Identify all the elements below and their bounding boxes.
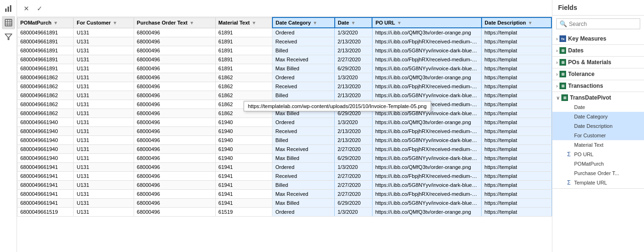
table-row[interactable]: 6800049661891U1316800049661891Max Billed… xyxy=(17,64,552,73)
field-type-icon xyxy=(566,142,572,148)
check-button[interactable]: ✓ xyxy=(34,3,45,14)
table-cell: Max Received xyxy=(272,145,335,154)
group-label: Tolerance xyxy=(568,71,594,77)
divider xyxy=(552,80,644,80)
table-row[interactable]: 6800049661941U1316800049661941Ordered1/3… xyxy=(17,163,552,172)
filter-icon[interactable] xyxy=(2,30,15,43)
table-row[interactable]: 6800049661940U1316800049661940Max Billed… xyxy=(17,154,552,163)
table-cell: https://templat xyxy=(482,100,551,109)
filter-dropdown-icon[interactable]: ▼ xyxy=(53,20,58,25)
table-cell: https://templat xyxy=(482,145,551,154)
table-cell: Ordered xyxy=(272,28,335,37)
table-cell: U131 xyxy=(74,118,134,127)
table-row[interactable]: 6800049661941U1316800049661941Received2/… xyxy=(17,172,552,181)
table-cell: 68000496 xyxy=(134,181,215,190)
table-cell: U131 xyxy=(74,145,134,154)
table-cell: 68000496 xyxy=(134,28,215,37)
table-cell: 6800049661862 xyxy=(17,109,74,118)
table-cell: Ordered xyxy=(272,208,335,217)
table-cell: 61941 xyxy=(215,199,272,208)
table-cell: 68000496 xyxy=(134,136,215,145)
table-cell: U131 xyxy=(74,37,134,46)
table-cell: 68000496 xyxy=(134,199,215,208)
col-header-datecategory: Date Category▼ xyxy=(272,17,335,28)
filter-dropdown-icon[interactable]: ▼ xyxy=(351,20,356,25)
field-item[interactable]: Material Text xyxy=(552,140,644,150)
table-row[interactable]: 6800049661862U1316800049661862Ordered1/3… xyxy=(17,73,552,82)
search-box[interactable]: 🔍 xyxy=(556,18,640,29)
data-table: POMatPurch▼For Customer▼Purchase Order T… xyxy=(17,17,552,217)
table-cell: 61891 xyxy=(215,55,272,64)
table-cell: Max Billed xyxy=(272,154,335,163)
table-row[interactable]: 6800049661940U1316800049661940Received2/… xyxy=(17,127,552,136)
divider xyxy=(552,56,644,57)
field-item[interactable]: ΣPO URL xyxy=(552,150,644,159)
group-label: TransDatePivot xyxy=(570,94,611,101)
table-cell: 2/27/2020 xyxy=(335,55,373,64)
table-row[interactable]: 6800049661940U1316800049661940Max Receiv… xyxy=(17,145,552,154)
search-input[interactable] xyxy=(569,21,640,27)
field-item[interactable]: Date xyxy=(552,102,644,112)
table-cell: 2/27/2020 xyxy=(335,181,373,190)
fields-list: ›fxKey Measures›⊞Dates›⊞POs & Materials›… xyxy=(552,32,644,252)
table-cell: https://i.ibb.co/QMfQ3tv/order-orange.pn… xyxy=(372,118,481,127)
table-cell: 6800049661941 xyxy=(17,190,74,199)
field-item[interactable]: ΣTemplate URL xyxy=(552,178,644,187)
field-item[interactable]: For Customer xyxy=(552,131,644,140)
chart-icon[interactable] xyxy=(2,2,15,15)
table-row[interactable]: 6800049661941U1316800049661941Max Billed… xyxy=(17,199,552,208)
field-label: PO URL xyxy=(574,151,593,157)
table-row[interactable]: 6800049661891U1316800049661891Billed2/13… xyxy=(17,46,552,55)
table-row[interactable]: 6800049661519U1316800049661519Ordered1/3… xyxy=(17,208,552,217)
filter-dropdown-icon[interactable]: ▼ xyxy=(252,20,256,25)
field-type-icon xyxy=(566,170,572,176)
table-icon: ⊞ xyxy=(559,83,566,89)
table-row[interactable]: 6800049661891U1316800049661891Received2/… xyxy=(17,37,552,46)
field-type-icon xyxy=(566,104,572,110)
field-group-header[interactable]: ›⊞Dates xyxy=(552,46,644,55)
field-group-header[interactable]: ›⊞Tolerance xyxy=(552,69,644,79)
table-cell: https://templat xyxy=(482,28,551,37)
filter-dropdown-icon[interactable]: ▼ xyxy=(189,20,194,25)
table-cell: Received xyxy=(272,37,335,46)
table-cell: 68000496 xyxy=(134,109,215,118)
filter-dropdown-icon[interactable]: ▼ xyxy=(528,20,533,25)
table-row[interactable]: 6800049661862U1316800049661862Billed2/13… xyxy=(17,91,552,100)
field-group-header[interactable]: ›⊞POs & Materials xyxy=(552,58,644,67)
field-item[interactable]: Purchase Order T... xyxy=(552,168,644,178)
table-cell: U131 xyxy=(74,82,134,91)
close-button[interactable]: ✕ xyxy=(21,3,32,14)
filter-dropdown-icon[interactable]: ▼ xyxy=(113,20,118,25)
field-group-header[interactable]: ›⊞Transactions xyxy=(552,81,644,91)
table-row[interactable]: 6800049661940U1316800049661940Billed2/13… xyxy=(17,136,552,145)
table-row[interactable]: 6800049661941U1316800049661941Max Receiv… xyxy=(17,190,552,199)
table-cell: https://templat xyxy=(482,73,551,82)
table-row[interactable]: 6800049661862U1316800049661862Received2/… xyxy=(17,82,552,91)
filter-dropdown-icon[interactable]: ▼ xyxy=(397,20,402,25)
table-row[interactable]: 6800049661941U1316800049661941Billed2/27… xyxy=(17,181,552,190)
field-group-transdatepivot: ∨⊞TransDatePivotDateDate CategoryDate De… xyxy=(552,93,644,187)
field-item[interactable]: POMatPurch xyxy=(552,159,644,168)
col-header-purchaseordertext: Purchase Order Text▼ xyxy=(134,17,215,28)
table-row[interactable]: 6800049661891U1316800049661891Ordered1/3… xyxy=(17,28,552,37)
table-cell: 6800049661941 xyxy=(17,181,74,190)
svg-rect-0 xyxy=(5,8,7,12)
table-row[interactable]: 6800049661891U1316800049661891Max Receiv… xyxy=(17,55,552,64)
field-type-icon xyxy=(566,113,572,120)
table-cell: 61941 xyxy=(215,190,272,199)
table-cell: 68000496 xyxy=(134,82,215,91)
filter-dropdown-icon[interactable]: ▼ xyxy=(313,20,317,25)
svg-rect-1 xyxy=(8,7,9,12)
field-group-header[interactable]: ›fxKey Measures xyxy=(552,34,644,43)
field-item[interactable]: Date Description xyxy=(552,121,644,131)
table-cell: Max Received xyxy=(272,55,335,64)
search-icon: 🔍 xyxy=(559,20,567,27)
tooltip-box: https://templatelab.com/wp-content/uploa… xyxy=(244,101,431,111)
field-group-header[interactable]: ∨⊞TransDatePivot xyxy=(552,93,644,102)
data-table-container[interactable]: POMatPurch▼For Customer▼Purchase Order T… xyxy=(17,17,552,252)
table-icon[interactable] xyxy=(2,16,15,29)
field-type-icon xyxy=(566,132,572,139)
table-row[interactable]: 6800049661940U1316800049661940Ordered1/3… xyxy=(17,118,552,127)
field-item[interactable]: Date Category xyxy=(552,112,644,121)
table-cell: 2/27/2020 xyxy=(335,190,373,199)
